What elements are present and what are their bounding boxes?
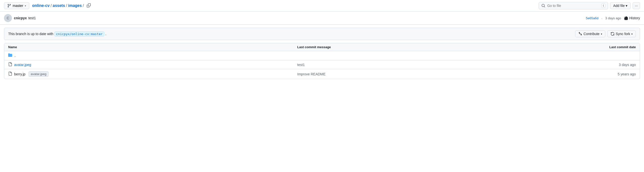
search-input[interactable] bbox=[547, 4, 600, 8]
history-label: History bbox=[629, 16, 640, 20]
file-name-berry-text: berry.jp bbox=[14, 72, 26, 76]
breadcrumb: online-cv / assets / images / bbox=[32, 3, 84, 8]
svg-text:C: C bbox=[7, 16, 9, 20]
col-commit-date: Last commit date bbox=[586, 45, 636, 49]
upstream-ref[interactable]: cnicpyx/online-cv:master bbox=[54, 31, 104, 37]
file-table-header: Name Last commit message Last commit dat… bbox=[4, 43, 640, 51]
parent-dir[interactable]: .. bbox=[14, 54, 16, 58]
copy-icon bbox=[87, 3, 91, 7]
commit-date-avatar: 3 days ago bbox=[586, 63, 636, 67]
folder-icon bbox=[8, 53, 12, 58]
top-bar-right: t Add file ▾ ··· bbox=[539, 2, 640, 9]
branch-status-bar: This branch is up to date with cnicpyx/o… bbox=[4, 28, 640, 40]
contribute-button[interactable]: Contribute ▾ bbox=[575, 30, 605, 37]
file-document-icon bbox=[8, 62, 12, 66]
commit-msg-avatar: test1 bbox=[297, 63, 586, 67]
sync-icon bbox=[610, 32, 614, 36]
commit-date-berry: 5 years ago bbox=[586, 72, 636, 76]
commit-row: C cnicpyx test1 5e65a6d · 3 days ago His… bbox=[0, 12, 644, 25]
file-icon bbox=[8, 62, 12, 67]
breadcrumb-images[interactable]: images bbox=[68, 3, 82, 8]
branch-icon bbox=[7, 4, 11, 8]
file-link-avatar[interactable]: avatar.jpeg bbox=[14, 63, 31, 67]
file-name-parent: .. bbox=[8, 53, 297, 58]
avatar-image: C bbox=[4, 14, 12, 22]
table-row: .. bbox=[4, 51, 640, 60]
commit-message: test1 bbox=[28, 16, 36, 20]
table-row: berry.jpavatar.jpeg Improve README 5 yea… bbox=[4, 69, 640, 79]
commit-author[interactable]: cnicpyx bbox=[14, 16, 27, 20]
branch-selector[interactable]: master ▾ bbox=[4, 2, 29, 9]
search-box[interactable]: t bbox=[539, 2, 608, 9]
branch-status-actions: Contribute ▾ Sync fork ▾ bbox=[575, 30, 636, 37]
top-bar: master ▾ online-cv / assets / images / t… bbox=[0, 0, 644, 12]
col-commit-message: Last commit message bbox=[297, 45, 586, 49]
commit-msg-berry: Improve README bbox=[297, 72, 586, 76]
breadcrumb-online-cv[interactable]: online-cv bbox=[32, 3, 50, 8]
branch-dropdown-arrow: ▾ bbox=[25, 4, 26, 7]
branch-name: master bbox=[13, 4, 23, 8]
file-name-avatar: avatar.jpeg bbox=[8, 62, 297, 67]
history-button[interactable]: History bbox=[624, 16, 640, 20]
contribute-icon bbox=[578, 32, 582, 36]
commit-row-right: 5e65a6d · 3 days ago History bbox=[586, 16, 640, 20]
commit-timestamp: 3 days ago bbox=[605, 16, 621, 20]
file-table: Name Last commit message Last commit dat… bbox=[4, 43, 640, 79]
more-options-button[interactable]: ··· bbox=[632, 2, 640, 9]
breadcrumb-assets[interactable]: assets bbox=[52, 3, 65, 8]
commit-hash[interactable]: 5e65a6d bbox=[586, 16, 599, 20]
search-shortcut: t bbox=[601, 3, 605, 8]
table-row: avatar.jpeg test1 3 days ago bbox=[4, 60, 640, 69]
copy-path-button[interactable] bbox=[86, 2, 92, 9]
avatar: C bbox=[4, 14, 12, 22]
tooltip-avatar: avatar.jpeg bbox=[28, 71, 49, 77]
add-file-button[interactable]: Add file ▾ bbox=[610, 2, 631, 9]
col-name: Name bbox=[8, 45, 297, 49]
search-icon bbox=[542, 4, 545, 8]
commit-dot: · bbox=[601, 16, 602, 20]
sync-fork-button[interactable]: Sync fork ▾ bbox=[607, 30, 636, 37]
folder-filled-icon bbox=[8, 53, 12, 57]
file-name-berry: berry.jpavatar.jpeg bbox=[8, 71, 297, 77]
history-icon bbox=[624, 16, 628, 20]
file-document-icon bbox=[8, 72, 12, 76]
file-icon bbox=[8, 72, 12, 76]
branch-status-text: This branch is up to date with cnicpyx/o… bbox=[8, 32, 106, 36]
